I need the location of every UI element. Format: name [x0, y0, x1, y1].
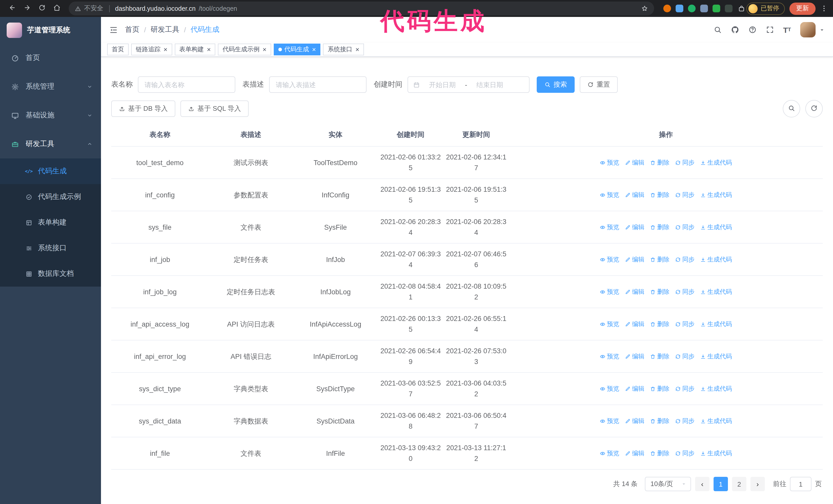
op-generate-code[interactable]: 生成代码: [700, 351, 732, 362]
extension-icon[interactable]: [700, 5, 708, 12]
tab-close-icon[interactable]: ×: [312, 46, 316, 53]
tab-系统接口[interactable]: 系统接口 ×: [323, 44, 364, 55]
op-preview[interactable]: 预览: [600, 351, 619, 362]
op-generate-code[interactable]: 生成代码: [700, 222, 732, 233]
refresh-table-button[interactable]: [805, 100, 823, 117]
extension-icon[interactable]: [688, 5, 696, 12]
op-edit[interactable]: 编辑: [625, 319, 644, 330]
op-delete[interactable]: 删除: [650, 319, 669, 330]
sidebar-item-代码生成[interactable]: </> 代码生成: [0, 159, 101, 184]
op-delete[interactable]: 删除: [650, 222, 669, 233]
import-db-button[interactable]: 基于 DB 导入: [111, 100, 175, 117]
sidebar-fold-icon[interactable]: [109, 25, 118, 34]
op-delete[interactable]: 删除: [650, 254, 669, 265]
logo[interactable]: 芋道管理系统: [0, 17, 101, 44]
table-name-input[interactable]: [138, 76, 235, 93]
bookmark-star-icon[interactable]: [641, 5, 648, 12]
op-generate-code[interactable]: 生成代码: [700, 157, 732, 168]
op-edit[interactable]: 编辑: [625, 383, 644, 394]
sidebar-item-首页[interactable]: 首页: [0, 44, 101, 72]
op-edit[interactable]: 编辑: [625, 286, 644, 297]
op-sync[interactable]: 同步: [675, 351, 695, 362]
op-delete[interactable]: 删除: [650, 189, 669, 200]
op-preview[interactable]: 预览: [600, 319, 619, 330]
address-bar[interactable]: 不安全 dashboard.yudao.iocoder.cn /tool/cod…: [69, 2, 654, 16]
sidebar-item-研发工具[interactable]: 研发工具: [0, 130, 101, 159]
start-date-input[interactable]: [422, 81, 462, 89]
prev-page-button[interactable]: ‹: [695, 477, 710, 491]
search-button[interactable]: 搜索: [537, 76, 575, 93]
op-sync[interactable]: 同步: [675, 319, 695, 330]
op-sync[interactable]: 同步: [675, 448, 695, 459]
op-preview[interactable]: 预览: [600, 222, 619, 233]
extension-icon[interactable]: [663, 5, 671, 12]
op-edit[interactable]: 编辑: [625, 351, 644, 362]
op-generate-code[interactable]: 生成代码: [700, 189, 732, 200]
sidebar-item-数据库文档[interactable]: 数据库文档: [0, 261, 101, 287]
op-generate-code[interactable]: 生成代码: [700, 415, 732, 426]
op-edit[interactable]: 编辑: [625, 415, 644, 426]
tab-代码生成示例[interactable]: 代码生成示例 ×: [218, 44, 271, 55]
op-sync[interactable]: 同步: [675, 383, 695, 394]
import-sql-button[interactable]: 基于 SQL 导入: [181, 100, 249, 117]
op-delete[interactable]: 删除: [650, 351, 669, 362]
extension-icon[interactable]: [675, 5, 683, 12]
sidebar-item-系统管理[interactable]: 系统管理: [0, 72, 101, 101]
op-preview[interactable]: 预览: [600, 415, 619, 426]
op-generate-code[interactable]: 生成代码: [700, 448, 732, 459]
github-icon[interactable]: [731, 26, 739, 34]
op-sync[interactable]: 同步: [675, 222, 695, 233]
header-search-icon[interactable]: [713, 26, 721, 34]
tab-close-icon[interactable]: ×: [163, 46, 167, 53]
table-desc-input[interactable]: [269, 76, 366, 93]
reset-button[interactable]: 重置: [580, 76, 618, 93]
op-preview[interactable]: 预览: [600, 189, 619, 200]
fullscreen-icon[interactable]: [766, 26, 774, 34]
browser-back-button[interactable]: [5, 2, 19, 16]
tab-close-icon[interactable]: ×: [262, 46, 266, 53]
sidebar-item-基础设施[interactable]: 基础设施: [0, 101, 101, 130]
op-sync[interactable]: 同步: [675, 157, 695, 168]
tab-代码生成[interactable]: 代码生成 ×: [274, 44, 320, 55]
op-edit[interactable]: 编辑: [625, 448, 644, 459]
sidebar-item-表单构建[interactable]: 表单构建: [0, 210, 101, 235]
page-button-1[interactable]: 1: [714, 477, 728, 491]
op-sync[interactable]: 同步: [675, 254, 695, 265]
sidebar-item-代码生成示例[interactable]: 代码生成示例: [0, 184, 101, 210]
op-edit[interactable]: 编辑: [625, 189, 644, 200]
font-size-icon[interactable]: TT: [783, 26, 791, 33]
tab-首页[interactable]: 首页: [107, 44, 129, 55]
extension-icon[interactable]: [713, 5, 720, 12]
op-preview[interactable]: 预览: [600, 254, 619, 265]
tab-close-icon[interactable]: ×: [355, 46, 359, 53]
tab-表单构建[interactable]: 表单构建 ×: [174, 44, 215, 55]
op-delete[interactable]: 删除: [650, 157, 669, 168]
date-range-picker[interactable]: -: [407, 76, 529, 93]
op-delete[interactable]: 删除: [650, 286, 669, 297]
browser-menu-icon[interactable]: [820, 5, 828, 12]
browser-forward-button[interactable]: [20, 2, 34, 16]
next-page-button[interactable]: ›: [751, 477, 765, 491]
end-date-input[interactable]: [470, 81, 510, 89]
op-generate-code[interactable]: 生成代码: [700, 254, 732, 265]
browser-update-button[interactable]: 更新: [789, 2, 815, 15]
browser-home-button[interactable]: [50, 2, 64, 16]
op-generate-code[interactable]: 生成代码: [700, 383, 732, 394]
tab-链路追踪[interactable]: 链路追踪 ×: [131, 44, 172, 55]
goto-page-input[interactable]: [790, 477, 811, 491]
breadcrumb-item[interactable]: 研发工具: [151, 25, 180, 34]
op-generate-code[interactable]: 生成代码: [700, 286, 732, 297]
extension-icon[interactable]: [725, 5, 733, 12]
extensions-puzzle-icon[interactable]: [738, 5, 745, 12]
sidebar-item-系统接口[interactable]: 系统接口: [0, 235, 101, 261]
profile-chip[interactable]: 已暂停: [746, 2, 785, 15]
help-icon[interactable]: [748, 26, 756, 34]
op-delete[interactable]: 删除: [650, 415, 669, 426]
tab-close-icon[interactable]: ×: [206, 46, 211, 53]
op-edit[interactable]: 编辑: [625, 157, 644, 168]
op-generate-code[interactable]: 生成代码: [700, 319, 732, 330]
toggle-search-button[interactable]: [783, 100, 800, 117]
op-sync[interactable]: 同步: [675, 286, 695, 297]
user-menu[interactable]: [800, 22, 825, 38]
op-edit[interactable]: 编辑: [625, 222, 644, 233]
